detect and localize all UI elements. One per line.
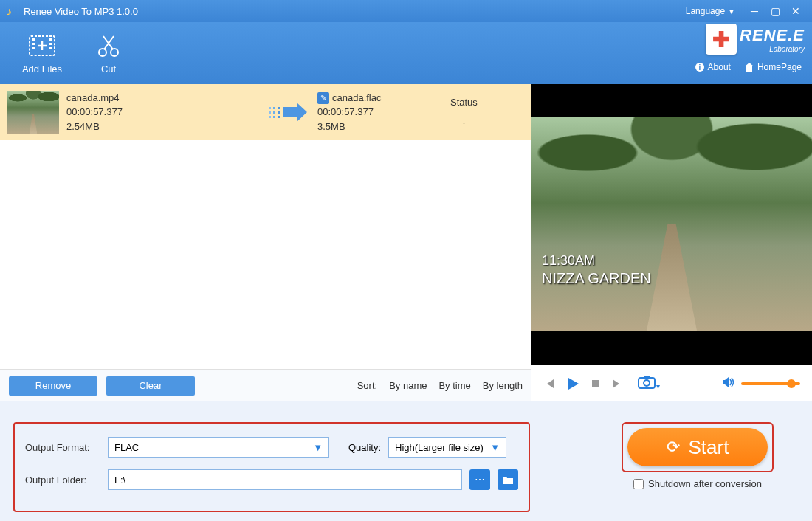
- add-files-icon: [29, 32, 55, 59]
- start-label: Start: [689, 436, 729, 459]
- preview-pane: 11:30AM NIZZA GARDEN ▾: [531, 84, 812, 401]
- input-size: 2.54MB: [66, 120, 258, 134]
- more-button[interactable]: ⋯: [469, 469, 490, 490]
- file-thumbnail: [7, 91, 59, 134]
- output-format-label: Output Format:: [25, 442, 100, 453]
- preview-overlay-text: 11:30AM NIZZA GARDEN: [542, 253, 651, 287]
- app-icon: [6, 5, 18, 17]
- about-link[interactable]: i About: [695, 62, 731, 72]
- status-value: -: [450, 117, 478, 128]
- svg-rect-14: [273, 107, 275, 109]
- start-button[interactable]: ⟳ Start: [627, 428, 768, 466]
- play-button[interactable]: [565, 376, 580, 391]
- output-folder-input[interactable]: [108, 469, 462, 490]
- output-format-value: FLAC: [114, 442, 139, 453]
- file-list-pane: canada.mp4 00:00:57.377 2.54MB ✎ canada.…: [0, 84, 531, 401]
- caret-down-icon: ▼: [490, 442, 500, 453]
- quality-dropdown[interactable]: High(Larger file size) ▼: [388, 437, 506, 458]
- video-preview[interactable]: 11:30AM NIZZA GARDEN: [531, 84, 812, 365]
- svg-rect-16: [273, 116, 275, 118]
- input-filename: canada.mp4: [66, 91, 258, 106]
- input-duration: 00:00:57.377: [66, 105, 258, 120]
- svg-text:i: i: [698, 63, 701, 72]
- svg-rect-12: [269, 111, 271, 114]
- shutdown-label: Shutdown after conversion: [648, 478, 762, 489]
- maximize-button[interactable]: ▢: [765, 5, 785, 17]
- app-title: Renee Video To MP3 1.0.0: [24, 6, 138, 17]
- edit-icon[interactable]: ✎: [317, 92, 329, 104]
- output-filename: canada.flac: [332, 91, 382, 106]
- minimize-button[interactable]: ─: [744, 5, 765, 17]
- toolbar: Add Files Cut RENE.E Laboratory i About …: [0, 22, 812, 84]
- bottom-panel: Output Format: FLAC ▼ Quality: High(Larg…: [0, 401, 812, 521]
- about-label: About: [708, 62, 731, 72]
- svg-rect-13: [269, 116, 271, 118]
- add-files-button[interactable]: Add Files: [9, 32, 75, 75]
- file-row[interactable]: canada.mp4 00:00:57.377 2.54MB ✎ canada.…: [0, 84, 531, 140]
- preview-time: 11:30AM: [542, 253, 651, 269]
- shutdown-checkbox[interactable]: [633, 479, 644, 489]
- remove-button[interactable]: Remove: [9, 376, 97, 396]
- info-icon: i: [695, 62, 705, 72]
- refresh-icon: ⟳: [667, 438, 680, 457]
- svg-point-8: [111, 49, 118, 56]
- player-controls: ▾: [531, 365, 812, 401]
- sort-by-name[interactable]: By name: [389, 380, 427, 391]
- medkit-icon: [706, 24, 737, 55]
- cut-button[interactable]: Cut: [75, 32, 142, 75]
- output-format-dropdown[interactable]: FLAC ▼: [108, 437, 329, 458]
- add-files-label: Add Files: [22, 63, 62, 75]
- arrow-icon: [258, 101, 317, 123]
- svg-rect-6: [49, 47, 52, 49]
- caret-down-icon: ▼: [313, 442, 323, 453]
- close-button[interactable]: ✕: [785, 5, 806, 17]
- sort-label: Sort:: [357, 380, 377, 391]
- output-folder-label: Output Folder:: [25, 475, 100, 486]
- prev-button[interactable]: [543, 378, 555, 390]
- output-duration: 00:00:57.377: [317, 105, 450, 120]
- svg-rect-1: [32, 38, 35, 41]
- home-icon: [744, 62, 754, 72]
- snapshot-button[interactable]: ▾: [638, 376, 660, 392]
- language-caret-icon[interactable]: ▼: [728, 7, 735, 15]
- svg-rect-15: [273, 111, 275, 114]
- titlebar: Renee Video To MP3 1.0.0 Language ▼ ─ ▢ …: [0, 0, 812, 22]
- brand-text: RENE.E: [740, 26, 805, 44]
- volume-icon[interactable]: [722, 376, 735, 391]
- preview-place: NIZZA GARDEN: [542, 270, 651, 287]
- homepage-link[interactable]: HomePage: [744, 62, 802, 72]
- output-settings: Output Format: FLAC ▼ Quality: High(Larg…: [13, 422, 530, 512]
- svg-rect-4: [49, 38, 52, 41]
- next-button[interactable]: [611, 378, 623, 390]
- status-header: Status: [450, 97, 478, 108]
- homepage-label: HomePage: [757, 62, 802, 72]
- svg-rect-18: [278, 111, 280, 114]
- sort-by-time[interactable]: By time: [438, 380, 470, 391]
- start-box: ⟳ Start: [622, 422, 774, 472]
- quality-value: High(Larger file size): [395, 442, 484, 453]
- svg-rect-3: [32, 47, 35, 49]
- svg-rect-11: [269, 107, 271, 109]
- quality-label: Quality:: [337, 442, 381, 453]
- shutdown-checkbox-row[interactable]: Shutdown after conversion: [633, 478, 762, 489]
- svg-rect-17: [278, 107, 280, 109]
- status-block: Status -: [450, 97, 478, 128]
- stop-button[interactable]: [591, 379, 601, 389]
- clear-button[interactable]: Clear: [106, 376, 195, 396]
- list-actions-bar: Remove Clear Sort: By name By time By le…: [0, 369, 531, 401]
- svg-rect-2: [32, 43, 35, 45]
- sort-by-length[interactable]: By length: [483, 380, 523, 391]
- svg-point-7: [99, 49, 106, 56]
- svg-point-22: [644, 380, 650, 386]
- language-label[interactable]: Language: [686, 6, 725, 16]
- output-info: ✎ canada.flac 00:00:57.377 3.5MB: [317, 91, 450, 134]
- browse-folder-button[interactable]: [498, 469, 518, 490]
- volume-slider[interactable]: [741, 382, 800, 385]
- input-info: canada.mp4 00:00:57.377 2.54MB: [66, 91, 258, 134]
- cut-icon: [95, 32, 122, 59]
- output-size: 3.5MB: [317, 120, 450, 134]
- svg-rect-19: [278, 116, 280, 118]
- brand-subtext: Laboratory: [740, 45, 805, 53]
- cut-label: Cut: [101, 63, 116, 75]
- svg-rect-20: [592, 380, 599, 387]
